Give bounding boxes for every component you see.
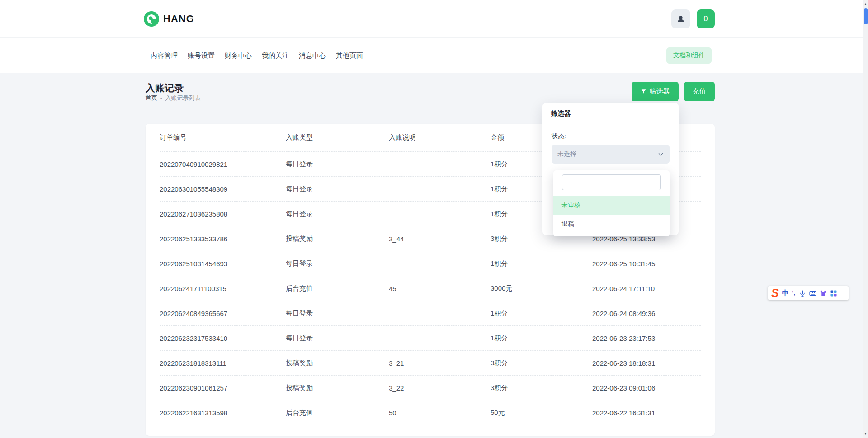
status-select[interactable]: 未选择 (552, 145, 670, 164)
table-cell: 2022-06-23 18:18:31 (592, 359, 701, 367)
table-cell: 202206251031454693 (160, 260, 286, 268)
nav-item[interactable]: 其他页面 (336, 52, 363, 60)
microphone-icon[interactable] (799, 290, 806, 297)
table-cell: 3000元 (491, 284, 592, 293)
skin-shirt-icon[interactable] (820, 290, 827, 297)
brand-logo-icon (144, 11, 159, 27)
scrollbar-thumb[interactable] (864, 8, 868, 24)
ime-punctuation-toggle[interactable]: ', (792, 290, 796, 297)
column-header: 入账说明 (389, 133, 491, 142)
select-option[interactable]: 未审核 (553, 196, 670, 215)
nav-item[interactable]: 我的关注 (262, 52, 289, 60)
table-cell: 50元 (491, 409, 592, 417)
table-row: 202206231818313111投稿奖励3_213积分2022-06-23 … (160, 351, 701, 376)
nav-item[interactable]: 账号设置 (188, 52, 215, 60)
table-cell: 每日登录 (286, 334, 389, 343)
toolbox-grid-icon[interactable] (830, 290, 837, 297)
table-cell: 后台充值 (286, 284, 389, 293)
topbar-actions: 0 (671, 9, 715, 28)
table-cell: 每日登录 (286, 309, 389, 318)
filter-popup-body: 状态: 未选择 (542, 125, 679, 171)
option-search-input[interactable] (562, 174, 661, 190)
table-cell: 45 (389, 285, 491, 292)
nav-item[interactable]: 消息中心 (299, 52, 326, 60)
nav-items: 内容管理账号设置财务中心我的关注消息中心其他页面 (151, 38, 363, 73)
table-cell: 3积分 (491, 384, 592, 392)
column-header: 订单编号 (160, 133, 286, 142)
table-cell: 3积分 (491, 359, 592, 367)
table-row: 202206241711100315后台充值453000元2022-06-24 … (160, 276, 701, 301)
filter-button-label: 筛选器 (650, 87, 670, 96)
user-icon (676, 14, 685, 24)
page-title: 入账记录 (146, 82, 184, 94)
nav-item[interactable]: 财务中心 (225, 52, 252, 60)
table-cell: 202206240849365667 (160, 310, 286, 317)
status-select-value: 未选择 (557, 150, 576, 158)
table-cell: 202206251333533786 (160, 235, 286, 243)
recharge-button[interactable]: 充值 (684, 82, 715, 101)
select-option[interactable]: 退稿 (553, 215, 670, 234)
table-cell: 202206221631313598 (160, 409, 286, 417)
table-row: 202206251031454693每日登录1积分2022-06-25 10:3… (160, 251, 701, 276)
sogou-logo-icon[interactable]: S (771, 287, 779, 299)
table-cell: 2022-06-23 23:17:53 (592, 334, 701, 342)
column-header: 入账类型 (286, 133, 389, 142)
balance-button[interactable]: 0 (697, 9, 715, 28)
table-row: 202206232317533410每日登录1积分2022-06-23 23:1… (160, 326, 701, 351)
avatar-button[interactable] (671, 9, 690, 28)
table-cell: 1积分 (491, 334, 592, 343)
ime-language-toggle[interactable]: 中 (782, 289, 789, 297)
table-cell: 202206232317533410 (160, 334, 286, 342)
table-cell: 202206231818313111 (160, 359, 286, 367)
chevron-down-icon (658, 151, 664, 157)
table-cell: 1积分 (491, 259, 592, 268)
status-select-dropdown: 未审核退稿 (553, 170, 670, 236)
table-row: 202206240849365667每日登录1积分2022-06-24 08:4… (160, 301, 701, 326)
table-cell: 2022-06-22 16:31:31 (592, 409, 701, 417)
table-cell: 2022-06-24 08:49:36 (592, 310, 701, 317)
scrollbar-down-arrow[interactable]: ▼ (863, 430, 868, 438)
navbar: 内容管理账号设置财务中心我的关注消息中心其他页面 文档和组件 (0, 38, 868, 73)
breadcrumb-home[interactable]: 首页 (146, 94, 157, 102)
scrollbar-up-arrow[interactable]: ▲ (863, 0, 868, 8)
filter-popup-title: 筛选器 (542, 103, 679, 125)
nav-item[interactable]: 内容管理 (151, 52, 178, 60)
table-cell: 投稿奖励 (286, 235, 389, 243)
table-cell: 202206271036235808 (160, 210, 286, 218)
table-cell: 202206241711100315 (160, 285, 286, 292)
select-options: 未审核退稿 (553, 196, 670, 234)
table-row: 202206221631313598后台充值5050元2022-06-22 16… (160, 400, 701, 425)
table-cell: 2022-06-25 10:31:45 (592, 260, 701, 268)
table-cell: 2022-06-23 09:01:06 (592, 384, 701, 392)
table-cell: 后台充值 (286, 409, 389, 417)
table-cell: 3_22 (389, 384, 491, 392)
status-label: 状态: (552, 132, 670, 141)
topbar: HANG 0 (0, 0, 868, 38)
table-cell: 3_44 (389, 235, 491, 243)
breadcrumb-current: 入账记录列表 (165, 94, 201, 102)
table-cell: 每日登录 (286, 160, 389, 169)
filter-button[interactable]: 筛选器 (632, 82, 679, 101)
table-cell: 1积分 (491, 309, 592, 318)
scrollbar[interactable]: ▲ ▼ (863, 0, 868, 438)
funnel-icon (641, 89, 646, 94)
docs-components-button[interactable]: 文档和组件 (666, 47, 712, 64)
table-cell: 202207040910029821 (160, 160, 286, 168)
table-cell: 202206301055548309 (160, 185, 286, 193)
table-cell: 202206230901061257 (160, 384, 286, 392)
table-cell: 50 (389, 409, 491, 417)
brand-name: HANG (163, 13, 194, 25)
breadcrumb-separator: • (160, 96, 162, 101)
table-cell: 每日登录 (286, 210, 389, 218)
table-row: 202206230901061257投稿奖励3_223积分2022-06-23 … (160, 376, 701, 400)
keyboard-icon[interactable] (809, 290, 816, 297)
table-cell: 投稿奖励 (286, 384, 389, 392)
table-cell: 每日登录 (286, 259, 389, 268)
ime-toolbar: S 中 ', (768, 286, 849, 300)
table-cell: 3_21 (389, 359, 491, 367)
table-cell: 2022-06-24 17:11:10 (592, 285, 701, 292)
brand-logo[interactable]: HANG (144, 0, 194, 38)
table-cell: 投稿奖励 (286, 359, 389, 367)
table-cell: 每日登录 (286, 185, 389, 193)
breadcrumb: 首页 • 入账记录列表 (146, 94, 201, 102)
